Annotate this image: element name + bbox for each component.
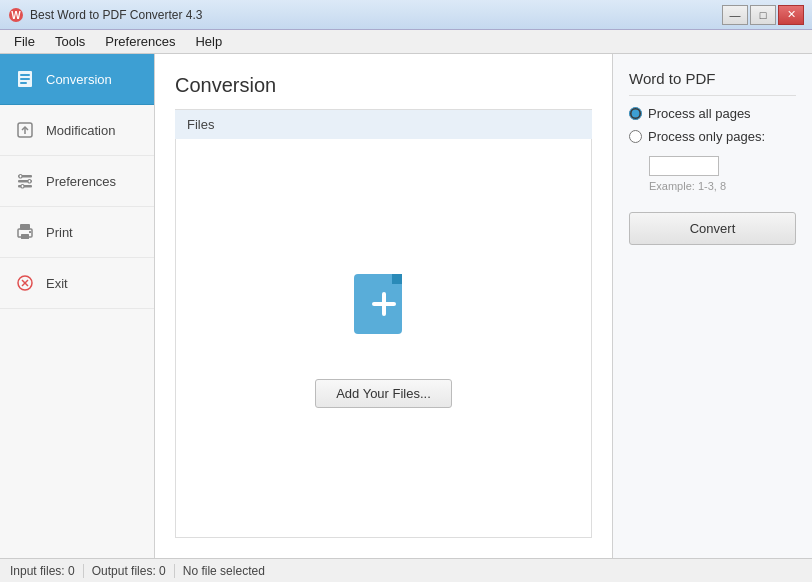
process-all-pages-label[interactable]: Process all pages	[629, 106, 796, 121]
process-only-pages-radio[interactable]	[629, 130, 642, 143]
file-icon-container	[344, 269, 424, 359]
sidebar-label-exit: Exit	[46, 276, 68, 291]
svg-rect-12	[28, 180, 31, 184]
convert-button[interactable]: Convert	[629, 212, 796, 245]
process-all-pages-text: Process all pages	[648, 106, 751, 121]
page-title: Conversion	[175, 74, 592, 97]
app-body: Conversion Modification	[0, 54, 812, 558]
output-files-status: Output files: 0	[92, 564, 166, 578]
sidebar: Conversion Modification	[0, 54, 155, 558]
title-bar: W Best Word to PDF Converter 4.3 — □ ✕	[0, 0, 812, 30]
pages-example: Example: 1-3, 8	[649, 180, 796, 192]
pages-input[interactable]	[649, 156, 719, 176]
sidebar-item-exit[interactable]: Exit	[0, 258, 154, 309]
files-header: Files	[175, 110, 592, 139]
menu-preferences[interactable]: Preferences	[95, 32, 185, 51]
svg-rect-5	[20, 82, 27, 84]
process-all-pages-radio[interactable]	[629, 107, 642, 120]
sidebar-item-preferences[interactable]: Preferences	[0, 156, 154, 207]
status-bar: Input files: 0 Output files: 0 No file s…	[0, 558, 812, 582]
status-divider-1	[83, 564, 84, 578]
menu-file[interactable]: File	[4, 32, 45, 51]
sidebar-item-conversion[interactable]: Conversion	[0, 54, 154, 105]
svg-rect-17	[29, 231, 31, 233]
menu-bar: File Tools Preferences Help	[0, 30, 812, 54]
input-files-status: Input files: 0	[10, 564, 75, 578]
sidebar-label-modification: Modification	[46, 123, 115, 138]
svg-rect-3	[20, 74, 30, 76]
svg-rect-10	[18, 185, 32, 188]
file-status: No file selected	[183, 564, 265, 578]
preferences-icon	[14, 170, 36, 192]
maximize-button[interactable]: □	[750, 5, 776, 25]
app-icon: W	[8, 7, 24, 23]
menu-help[interactable]: Help	[185, 32, 232, 51]
add-file-icon	[344, 269, 424, 359]
right-panel-title: Word to PDF	[629, 70, 796, 96]
svg-rect-4	[20, 78, 30, 80]
files-drop-area[interactable]: Add Your Files...	[175, 139, 592, 538]
app-title: Best Word to PDF Converter 4.3	[30, 8, 203, 22]
content-area: Conversion Files Add Your Files...	[155, 54, 612, 558]
radio-group: Process all pages Process only pages:	[629, 106, 796, 144]
modification-icon	[14, 119, 36, 141]
menu-tools[interactable]: Tools	[45, 32, 95, 51]
window-controls: — □ ✕	[722, 5, 804, 25]
right-panel: Word to PDF Process all pages Process on…	[612, 54, 812, 558]
print-icon	[14, 221, 36, 243]
conversion-icon	[14, 68, 36, 90]
sidebar-label-conversion: Conversion	[46, 72, 112, 87]
close-button[interactable]: ✕	[778, 5, 804, 25]
svg-rect-23	[392, 274, 402, 284]
status-divider-2	[174, 564, 175, 578]
exit-icon	[14, 272, 36, 294]
process-only-pages-text: Process only pages:	[648, 129, 765, 144]
svg-rect-16	[21, 234, 29, 239]
process-only-pages-label[interactable]: Process only pages:	[629, 129, 796, 144]
svg-rect-11	[19, 175, 22, 179]
sidebar-item-print[interactable]: Print	[0, 207, 154, 258]
sidebar-item-modification[interactable]: Modification	[0, 105, 154, 156]
minimize-button[interactable]: —	[722, 5, 748, 25]
svg-rect-13	[21, 185, 24, 189]
sidebar-label-preferences: Preferences	[46, 174, 116, 189]
sidebar-label-print: Print	[46, 225, 73, 240]
svg-text:W: W	[11, 10, 21, 21]
add-files-button[interactable]: Add Your Files...	[315, 379, 452, 408]
